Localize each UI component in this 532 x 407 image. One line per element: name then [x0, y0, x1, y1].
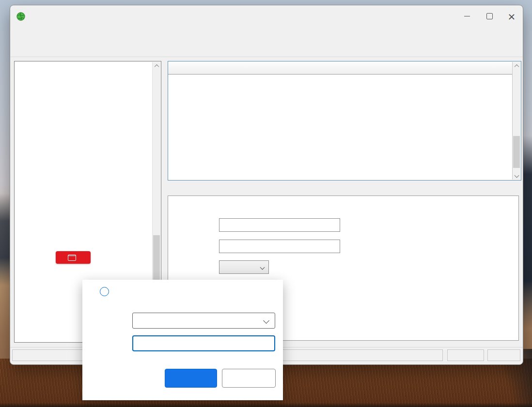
close-button[interactable]: ×	[501, 5, 523, 27]
status-dropdown[interactable]	[219, 260, 269, 274]
cancel-button[interactable]	[222, 369, 276, 388]
text-value-field	[132, 335, 275, 351]
info-icon[interactable]	[100, 287, 109, 296]
app-logo-icon	[16, 12, 25, 21]
invoices-grid-panel	[168, 61, 521, 181]
maximize-button[interactable]	[478, 5, 501, 27]
wallpaper-shade	[0, 403, 532, 407]
amount-field-row	[168, 240, 340, 253]
minimize-icon	[464, 16, 470, 16]
text-selector-badge	[56, 251, 91, 264]
capture-button[interactable]	[165, 369, 217, 388]
date-field-row	[168, 218, 340, 232]
status-date-panel	[447, 349, 484, 361]
grid-header-row	[168, 61, 513, 75]
amount-input[interactable]	[219, 240, 340, 253]
grid-scrollbar[interactable]	[512, 62, 520, 180]
create-selector-dialog	[82, 280, 283, 400]
operator-dropdown[interactable]	[132, 313, 275, 329]
detail-tab-strip	[168, 184, 521, 196]
text-value-input[interactable]	[133, 339, 270, 348]
status-time-panel	[487, 349, 520, 361]
minimize-button[interactable]	[456, 5, 478, 27]
wallpaper-mountain-left	[0, 194, 11, 286]
chevron-down-icon	[260, 265, 265, 270]
scroll-up-icon[interactable]	[513, 62, 520, 70]
close-icon: ×	[508, 12, 516, 21]
date-input[interactable]	[219, 218, 340, 232]
chevron-down-icon	[263, 317, 269, 324]
grid-scrollbar-thumb[interactable]	[513, 136, 520, 168]
menu-bar	[10, 27, 523, 39]
toolbar	[10, 39, 523, 57]
status-field-row	[168, 260, 269, 274]
scroll-up-icon[interactable]	[153, 62, 160, 70]
title-bar[interactable]: ×	[10, 5, 523, 27]
maximize-icon	[486, 13, 493, 19]
scroll-down-icon[interactable]	[513, 171, 520, 180]
window-frame-icon	[68, 255, 76, 261]
window-controls: ×	[456, 5, 523, 27]
